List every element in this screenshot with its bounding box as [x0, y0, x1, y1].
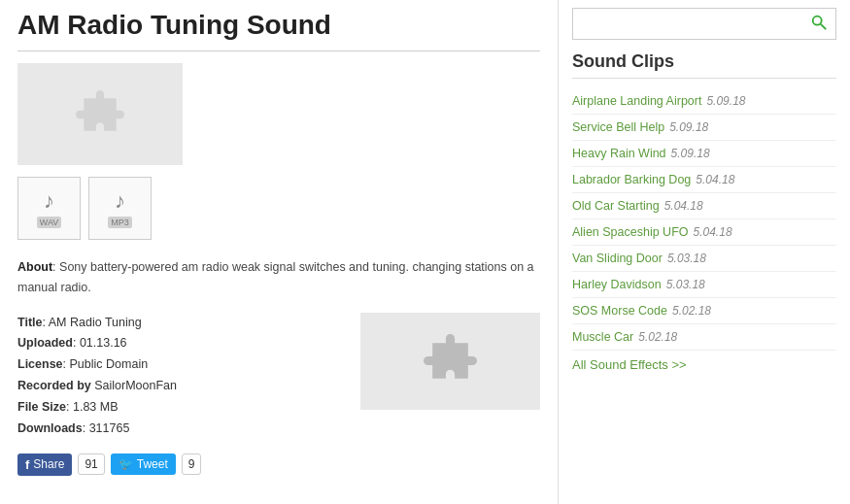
clip-name[interactable]: Harley Davidson — [572, 278, 662, 291]
search-input[interactable] — [573, 12, 802, 36]
clip-date: 5.03.18 — [667, 252, 706, 265]
bottom-row: Title: AM Radio Tuning Uploaded: 01.13.1… — [17, 313, 540, 476]
puzzle-icon — [76, 90, 124, 139]
clip-name[interactable]: Service Bell Help — [572, 120, 664, 134]
list-item[interactable]: Service Bell Help5.09.18 — [572, 115, 836, 141]
clip-name[interactable]: Heavy Rain Wind — [572, 147, 666, 160]
list-item[interactable]: Old Car Starting5.04.18 — [572, 193, 836, 219]
list-item[interactable]: Muscle Car5.02.18 — [572, 324, 836, 351]
twitter-tweet-button[interactable]: 🐦 Tweet — [111, 454, 176, 475]
info-details: Title: AM Radio Tuning Uploaded: 01.13.1… — [17, 313, 201, 440]
downloads-value: 311765 — [89, 421, 130, 435]
mp3-file-thumb[interactable]: ♪ MP3 — [88, 177, 152, 240]
main-thumbnail — [17, 63, 183, 165]
facebook-icon: f — [25, 457, 29, 472]
list-item[interactable]: Harley Davidson5.03.18 — [572, 272, 836, 298]
clip-date: 5.09.18 — [671, 147, 710, 160]
list-item[interactable]: Labrador Barking Dog5.04.18 — [572, 167, 836, 193]
page-title: AM Radio Tuning Sound — [17, 10, 540, 51]
clip-date: 5.09.18 — [669, 120, 708, 134]
wav-file-thumb[interactable]: ♪ WAV — [17, 177, 81, 240]
about-text: Sony battery-powered am radio weak signa… — [17, 260, 534, 294]
svg-point-0 — [813, 17, 822, 25]
clip-name[interactable]: Airplane Landing Airport — [572, 94, 701, 108]
recorded-label: Recorded by — [17, 379, 91, 392]
clip-name[interactable]: SOS Morse Code — [572, 304, 667, 318]
secondary-thumbnail — [360, 313, 540, 410]
twitter-icon: 🐦 — [119, 457, 133, 471]
clip-name[interactable]: Old Car Starting — [572, 199, 660, 213]
file-thumbs: ♪ WAV ♪ MP3 — [17, 177, 540, 240]
tw-label: Tweet — [137, 457, 168, 471]
all-sound-effects-link[interactable]: All Sound Effects >> — [572, 351, 836, 372]
clip-date: 5.04.18 — [696, 173, 734, 186]
title-value: AM Radio Tuning — [49, 316, 142, 329]
fb-label: Share — [33, 457, 64, 471]
clip-name[interactable]: Alien Spaceship UFO — [572, 225, 689, 239]
mp3-icon: ♪ — [115, 188, 125, 214]
svg-line-1 — [821, 24, 826, 29]
social-buttons: f Share 91 🐦 Tweet 9 — [17, 454, 201, 476]
fb-count: 91 — [78, 454, 104, 475]
filesize-value: 1.83 MB — [73, 400, 119, 414]
recorded-value: SailorMoonFan — [94, 379, 177, 392]
search-icon — [810, 14, 828, 31]
clip-date: 5.04.18 — [664, 199, 703, 213]
filesize-label: File Size — [17, 400, 66, 414]
secondary-puzzle-icon — [424, 334, 477, 387]
left-panel: AM Radio Tuning Sound ♪ WAV ♪ MP3 About:… — [0, 0, 559, 504]
meta-block: Title: AM Radio Tuning Uploaded: 01.13.1… — [17, 313, 201, 476]
clip-name[interactable]: Muscle Car — [572, 330, 633, 344]
list-item[interactable]: SOS Morse Code5.02.18 — [572, 298, 836, 324]
about-label: About — [17, 260, 52, 274]
list-item[interactable]: Alien Spaceship UFO5.04.18 — [572, 219, 836, 246]
clip-date: 5.03.18 — [666, 278, 705, 291]
list-item[interactable]: Heavy Rain Wind5.09.18 — [572, 141, 836, 167]
uploaded-value: 01.13.16 — [80, 336, 127, 350]
license-label: License — [17, 357, 63, 371]
search-bar — [572, 8, 836, 40]
right-panel: Sound Clips Airplane Landing Airport5.09… — [559, 0, 850, 504]
clip-list: Airplane Landing Airport5.09.18Service B… — [572, 88, 836, 351]
title-label: Title — [17, 316, 42, 329]
license-value: Public Domain — [70, 357, 149, 371]
clip-date: 5.02.18 — [672, 304, 711, 318]
list-item[interactable]: Airplane Landing Airport5.09.18 — [572, 88, 836, 115]
list-item[interactable]: Van Sliding Door5.03.18 — [572, 246, 836, 272]
downloads-label: Downloads — [17, 421, 83, 435]
search-button[interactable] — [802, 9, 835, 39]
clip-date: 5.02.18 — [638, 330, 677, 344]
wav-label: WAV — [37, 217, 62, 228]
wav-icon: ♪ — [44, 188, 54, 214]
facebook-share-button[interactable]: f Share — [17, 454, 72, 476]
tw-count: 9 — [182, 454, 202, 475]
uploaded-label: Uploaded — [17, 336, 73, 350]
clip-name[interactable]: Labrador Barking Dog — [572, 173, 691, 186]
clip-name[interactable]: Van Sliding Door — [572, 252, 663, 265]
mp3-label: MP3 — [108, 217, 132, 228]
about-block: About: Sony battery-powered am radio wea… — [17, 257, 540, 299]
clip-date: 5.04.18 — [694, 225, 732, 239]
sound-clips-title: Sound Clips — [572, 51, 836, 79]
clip-date: 5.09.18 — [706, 94, 745, 108]
